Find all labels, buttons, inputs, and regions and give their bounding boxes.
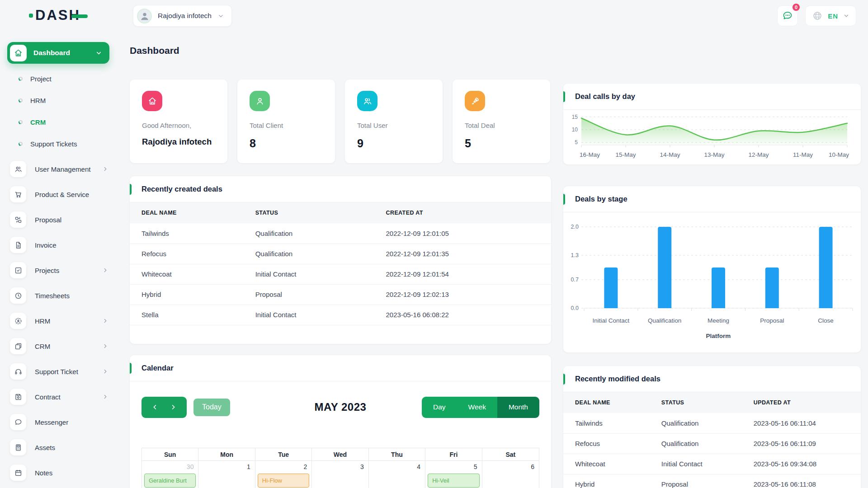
table-cell: Hybrid [563,474,650,488]
logo-dot-icon [29,14,33,18]
sidebar-item-label: Proposal [35,216,61,224]
clock-icon [10,287,26,304]
table-cell: Qualification [244,223,374,244]
sidebar-item-contract[interactable]: Contract [0,384,118,409]
sidebar-item-user-management[interactable]: User Management [0,156,118,182]
today-button[interactable]: Today [193,399,230,416]
svg-text:Proposal: Proposal [760,317,784,324]
svg-text:11-May: 11-May [793,151,813,158]
calendar-cell-2[interactable]: 2Hi-Flow [255,461,312,488]
sidebar-item-notes[interactable]: Notes [0,460,118,485]
table-row: RefocusQualification2022-12-09 12:01:35 [130,244,551,264]
table-cell: Tailwinds [130,223,244,244]
calendar-event[interactable]: Hi-Veil [428,474,479,488]
calendar-grid: SunMonTueWedThuFriSat30Geraldine Burt12H… [142,448,539,488]
sidebar-item-label: CRM [35,343,50,350]
calendar-event[interactable]: Geraldine Burt [144,474,196,488]
svg-text:14-May: 14-May [660,151,680,158]
sidebar-item-crm[interactable]: CRM [0,111,118,133]
chat-bubble-icon [782,10,793,22]
calendar-day-header: Sun [142,448,198,461]
calendar-cell-1[interactable]: 1 [198,461,255,488]
workspace-selector[interactable]: Rajodiya infotech [133,5,232,27]
calendar-date: 1 [198,461,255,470]
sidebar-item-timesheets[interactable]: Timesheets [0,283,118,308]
calendar-day-header: Tue [255,448,312,461]
chevron-right-icon [102,343,108,349]
calendar-cell-5[interactable]: 5Hi-Veil [425,461,482,488]
rocket-icon [465,91,485,111]
chevron-down-icon [843,13,849,19]
table-cell: 2023-05-16 09:34:08 [742,454,861,474]
table-row: WhitecoatInitial Contact2023-05-16 09:34… [563,454,861,474]
sidebar-main-list: User ManagementProduct & ServiceProposal… [0,156,118,485]
calendar-view-week[interactable]: Week [457,397,497,418]
overlap-squares-icon [10,338,26,354]
svg-text:15-May: 15-May [615,151,636,158]
calendar-day-header: Sat [482,448,539,461]
calendar-prev-next-button[interactable] [142,397,187,418]
sidebar-item-label: Assets [35,444,55,451]
table-cell: Qualification [650,433,742,454]
workspace-name: Rajodiya infotech [158,12,212,20]
sidebar-item-label: Support Ticket [35,368,78,375]
stat-label: Good Afternoon, [142,122,215,129]
table-cell: 2023-05-16 06:08:22 [374,305,551,325]
calendar-toolbar: Today MAY 2023 DayWeekMonth [142,396,539,418]
recently-modified-deals-card: Recently modified deals DEAL NAMESTATUSU… [563,366,861,488]
deals-by-stage-card: Deals by stage 2.01.30.70.0Initial Conta… [563,186,861,352]
calendar-cell-6[interactable]: 6 [482,461,539,488]
table-cell: Whitecoat [130,264,244,284]
svg-text:Meeting: Meeting [708,317,729,324]
calendar-cell-30[interactable]: 30Geraldine Burt [142,461,198,488]
card-header: Deals by stage [563,186,861,212]
stats-row: Good Afternoon,Rajodiya infotechTotal Cl… [130,80,550,163]
chevron-right-icon [102,267,108,273]
card-header: Recently created deals [130,176,551,202]
table-cell: Refocus [563,433,650,454]
messages-button[interactable]: 0 [777,5,798,26]
sidebar-item-crm[interactable]: CRM [0,333,118,359]
sidebar-item-dashboard[interactable]: Dashboard [7,42,109,64]
calendar-date: 30 [142,461,198,470]
sidebar-item-label: Contract [35,393,61,401]
bullet-icon [19,77,23,81]
stat-card-total-user: Total User9 [345,80,443,163]
chevron-down-icon [217,13,224,19]
bullet-icon [19,120,23,124]
sidebar-item-projects[interactable]: Projects [0,258,118,283]
sidebar-item-support-ticket[interactable]: Support Ticket [0,359,118,384]
sidebar-item-support-tickets[interactable]: Support Tickets [0,133,118,155]
sidebar-item-hrm[interactable]: HRM [0,308,118,333]
brand-logo[interactable]: DASH [29,7,88,23]
sidebar-item-product-service[interactable]: Product & Service [0,182,118,207]
calendar-cell-3[interactable]: 3 [312,461,368,488]
language-selector[interactable]: EN [805,5,856,26]
svg-text:10: 10 [572,127,578,133]
sidebar-item-proposal[interactable]: Proposal [0,207,118,232]
sidebar-item-label: CRM [30,118,46,126]
calendar-view-day[interactable]: Day [422,397,457,418]
bullet-icon [19,142,23,146]
sidebar-item-hrm[interactable]: HRM [0,89,118,111]
table-cell: 2023-05-16 06:11:09 [742,433,861,454]
calendar-view-month[interactable]: Month [497,397,539,418]
table-row: StellaInitial Contact2023-05-16 06:08:22 [130,305,551,325]
sidebar-item-invoice[interactable]: Invoice [0,232,118,258]
sidebar-item-project[interactable]: Project [0,68,118,89]
table-cell: 2022-12-09 12:01:05 [374,223,551,244]
home-icon [10,45,27,61]
table-cell: Qualification [650,413,742,433]
table-row: HybridProposal2022-12-09 12:02:13 [130,284,551,305]
sidebar-item-assets[interactable]: Assets [0,435,118,460]
avatar [137,9,152,23]
svg-text:13-May: 13-May [704,151,724,158]
sidebar-item-messenger[interactable]: Messenger [0,409,118,435]
users-icon [357,91,377,111]
calendar-card: Calendar Today MAY 2023 DayWeekMonth Sun… [130,355,551,488]
globe-icon [812,10,823,21]
calendar-cell-4[interactable]: 4 [369,461,425,488]
calendar-day-header: Wed [312,448,368,461]
calendar-event[interactable]: Hi-Flow [258,474,309,488]
table-cell: Whitecoat [563,454,650,474]
